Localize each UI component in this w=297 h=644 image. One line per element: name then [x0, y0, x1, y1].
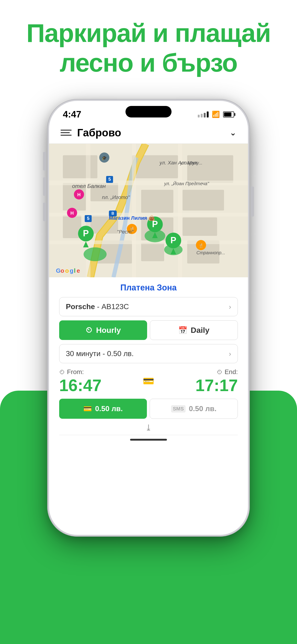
svg-text:"Рест": "Рест"	[117, 229, 134, 235]
paid-zone-label: Платена Зона	[59, 283, 238, 292]
svg-text:Страннопр...: Страннопр...	[196, 250, 225, 255]
from-label: ⏲ From:	[59, 368, 84, 376]
sms-amount: 0.50 лв.	[189, 404, 216, 413]
card-icon: 💳	[143, 376, 154, 386]
svg-text:l: l	[74, 267, 76, 274]
svg-text:B: B	[112, 212, 114, 215]
map-container[interactable]: P P P H H	[49, 144, 248, 277]
svg-text:ул. „Йоан Предтеча": ул. „Йоан Предтеча"	[164, 181, 209, 186]
header-left: Габрово	[60, 126, 121, 139]
svg-text:ул. Малу...: ул. Малу...	[180, 160, 202, 166]
svg-text:e: e	[77, 267, 80, 274]
toggle-row: ⏲ Hourly 📅 Daily	[59, 320, 238, 340]
wifi-icon: 📶	[212, 110, 220, 118]
more-chevron-icon[interactable]: ⤓	[59, 423, 238, 432]
app-header: Габрово ⌄	[49, 122, 248, 144]
svg-text:o: o	[60, 267, 64, 274]
hourly-toggle[interactable]: ⏲ Hourly	[59, 320, 147, 340]
hero-section: Паркирай и плащай лесно и бързо	[0, 18, 297, 78]
card-pay-button[interactable]: 💳 0.50 лв.	[59, 399, 147, 419]
vehicle-chevron-icon: ›	[229, 303, 231, 311]
from-time-value: 16:47	[59, 377, 102, 394]
svg-rect-11	[141, 190, 173, 213]
svg-text:P: P	[83, 228, 89, 238]
sms-pay-button[interactable]: SMS 0.50 лв.	[150, 399, 238, 419]
clock-from-icon: ⏲	[59, 368, 65, 376]
status-time: 4:47	[63, 109, 81, 120]
duration-selector[interactable]: 30 минути - 0.50 лв. ›	[59, 344, 238, 363]
svg-text:H: H	[77, 192, 80, 197]
phone-mockup: 4:47 📶 Габрово	[47, 99, 250, 606]
svg-text:o: o	[65, 267, 69, 274]
svg-text:H: H	[70, 210, 74, 216]
duration-chevron-icon: ›	[229, 350, 231, 358]
svg-rect-14	[141, 243, 164, 261]
svg-point-22	[84, 247, 106, 261]
daily-label: Daily	[191, 326, 209, 335]
svg-text:Магазин Лилия 👜: Магазин Лилия 👜	[109, 215, 155, 221]
clock-icon: ⏲	[86, 326, 93, 334]
bottom-panel: Платена Зона Porsche - АВ123С › ⏲ Hourly	[49, 277, 248, 453]
phone-screen: 4:47 📶 Габрово	[49, 101, 248, 535]
svg-text:отел Балкан: отел Балкан	[72, 183, 106, 189]
calendar-icon: 📅	[178, 326, 188, 335]
svg-text:пл. „Игото": пл. „Игото"	[102, 194, 130, 200]
end-time-value: 17:17	[196, 377, 238, 394]
svg-text:5: 5	[108, 177, 111, 182]
hourly-label: Hourly	[96, 326, 121, 335]
end-label: ⏲ End:	[217, 368, 238, 376]
svg-rect-20	[132, 144, 136, 277]
menu-icon[interactable]	[60, 130, 72, 136]
vehicle-plate: АВ123С	[102, 302, 129, 311]
svg-rect-8	[187, 155, 233, 183]
vehicle-selector[interactable]: Porsche - АВ123С ›	[59, 297, 238, 316]
hero-title: Паркирай и плащай лесно и бързо	[0, 18, 297, 78]
duration-text: 30 минути - 0.50 лв.	[66, 350, 134, 358]
time-row: ⏲ From: 16:47 💳 ⏲ End: 17:17	[59, 368, 238, 394]
city-name: Габрово	[77, 126, 121, 139]
chevron-down-icon[interactable]: ⌄	[230, 128, 236, 138]
map-svg: P P P H H	[49, 144, 248, 277]
end-time-block: ⏲ End: 17:17	[196, 368, 238, 394]
from-time-block: ⏲ From: 16:47	[59, 368, 102, 394]
clock-end-icon: ⏲	[217, 368, 223, 376]
svg-rect-10	[182, 218, 217, 236]
svg-rect-9	[182, 190, 224, 210]
card-amount: 0.50 лв.	[95, 404, 123, 413]
status-icons: 📶	[198, 110, 234, 118]
home-indicator	[130, 439, 167, 440]
svg-text:🎓: 🎓	[102, 156, 107, 160]
svg-text:g: g	[70, 267, 74, 274]
svg-text:G: G	[56, 267, 60, 274]
dynamic-island	[126, 106, 172, 118]
svg-text:5: 5	[87, 216, 89, 221]
vehicle-text: Porsche - АВ123С	[66, 302, 129, 311]
battery-icon	[223, 112, 234, 118]
sms-badge: SMS	[171, 405, 186, 412]
vehicle-separator: -	[95, 302, 101, 311]
svg-text:P: P	[170, 236, 176, 245]
daily-toggle[interactable]: 📅 Daily	[150, 320, 238, 340]
card-pay-icon: 💳	[83, 405, 92, 413]
svg-text:🍴: 🍴	[198, 243, 204, 248]
vehicle-make: Porsche	[66, 302, 95, 311]
signal-icon	[198, 112, 208, 118]
bottom-bar	[59, 435, 238, 448]
svg-rect-2	[63, 155, 98, 178]
svg-rect-18	[49, 240, 248, 244]
phone-frame: 4:47 📶 Габрово	[47, 99, 250, 537]
payment-row: 💳 0.50 лв. SMS 0.50 лв.	[59, 399, 238, 419]
